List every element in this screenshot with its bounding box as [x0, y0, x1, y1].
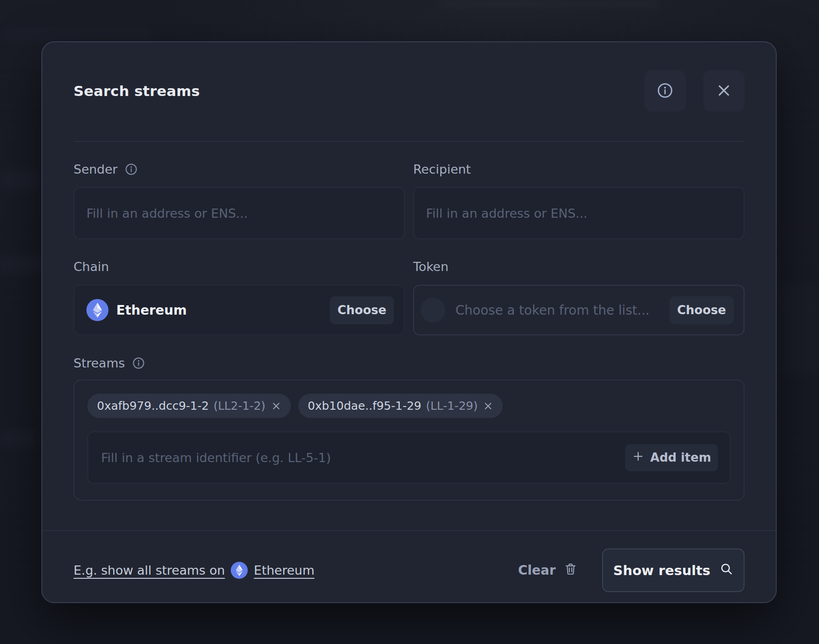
streams-box: 0xafb979..dcc9-1-2 (LL2-1-2) 0xb10dae..f… [74, 379, 745, 501]
clear-label: Clear [518, 563, 556, 578]
selectors-row: Ethereum Choose Choose a token from the … [74, 285, 745, 335]
stream-chip-address: 0xb10dae..f95-1-29 [308, 399, 421, 412]
streams-label-row: Streams [74, 355, 745, 371]
header-divider [74, 141, 745, 142]
token-label-row: Token [413, 259, 745, 274]
stream-chip-alias: (LL-1-29) [426, 399, 478, 412]
stream-input-container: Add item [87, 431, 731, 484]
token-placeholder-circle [421, 298, 445, 322]
address-inputs-row [74, 187, 745, 239]
remove-chip-button[interactable] [482, 400, 494, 412]
info-button[interactable] [644, 70, 686, 112]
backdrop-blur-shape [439, 0, 660, 7]
address-labels-row: Sender Recipient [74, 161, 745, 177]
backdrop-blur-shape [0, 429, 37, 448]
modal-footer: E.g. show all streams on Ethereum Clear [74, 548, 745, 592]
backdrop-blur-shape [0, 28, 152, 40]
footer-divider [42, 530, 776, 531]
stream-chips-row: 0xafb979..dcc9-1-2 (LL2-1-2) 0xb10dae..f… [87, 394, 731, 418]
plus-icon [632, 450, 644, 465]
remove-chip-button[interactable] [270, 400, 282, 412]
stream-identifier-input[interactable] [101, 432, 625, 483]
trash-icon [563, 562, 578, 579]
sender-input[interactable] [74, 187, 405, 239]
stream-chip: 0xafb979..dcc9-1-2 (LL2-1-2) [87, 394, 291, 418]
ethereum-icon [231, 562, 248, 579]
choose-token-button[interactable]: Choose [670, 296, 734, 324]
search-streams-modal: Search streams Sender [41, 41, 777, 603]
recipient-label: Recipient [413, 162, 471, 176]
clear-button[interactable]: Clear [518, 562, 578, 579]
stream-chip-address: 0xafb979..dcc9-1-2 [97, 399, 209, 412]
recipient-input[interactable] [413, 187, 745, 239]
streams-info-icon[interactable] [131, 356, 146, 370]
sender-label-row: Sender [74, 161, 405, 177]
chain-selected-value: Ethereum [116, 303, 187, 318]
chain-label-row: Chain [74, 259, 405, 274]
backdrop-blur-shape [0, 170, 40, 190]
token-placeholder-text: Choose a token from the list... [455, 303, 649, 318]
stream-chip: 0xb10dae..f95-1-29 (LL-1-29) [298, 394, 503, 418]
add-item-label: Add item [650, 451, 711, 464]
example-link-chain: Ethereum [254, 563, 314, 577]
streams-label: Streams [74, 356, 125, 370]
info-icon [656, 81, 674, 101]
selector-labels-row: Chain Token [74, 259, 745, 274]
show-results-label: Show results [613, 563, 710, 578]
sender-label: Sender [74, 162, 118, 176]
ethereum-icon [86, 299, 108, 321]
chain-label: Chain [74, 260, 109, 274]
token-selector[interactable]: Choose a token from the list... Choose [413, 285, 745, 335]
backdrop-blur-shape [0, 255, 43, 274]
token-label: Token [413, 260, 449, 274]
close-button[interactable] [703, 70, 745, 112]
recipient-label-row: Recipient [413, 161, 745, 177]
add-item-button[interactable]: Add item [625, 444, 718, 471]
chain-selector[interactable]: Ethereum Choose [74, 285, 405, 335]
modal-header: Search streams [74, 70, 745, 112]
stream-chip-alias: (LL2-1-2) [213, 399, 265, 412]
backdrop-blur-shape [779, 282, 819, 374]
example-link-text: E.g. show all streams on [74, 563, 225, 577]
choose-chain-button[interactable]: Choose [330, 296, 394, 324]
show-results-button[interactable]: Show results [602, 548, 745, 592]
show-all-streams-link[interactable]: E.g. show all streams on Ethereum [74, 562, 314, 579]
close-icon [715, 81, 733, 101]
sender-info-icon[interactable] [124, 162, 138, 176]
search-icon [719, 562, 734, 579]
modal-title: Search streams [74, 83, 644, 99]
